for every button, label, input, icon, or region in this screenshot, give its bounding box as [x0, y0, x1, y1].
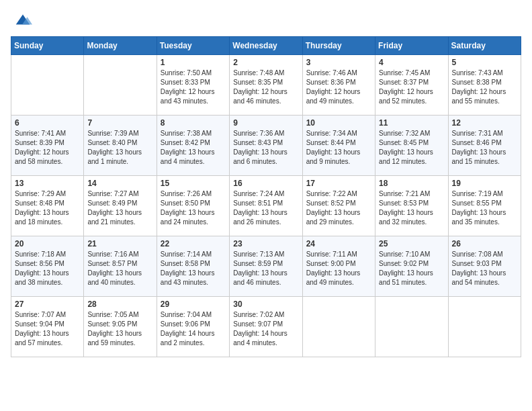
calendar-week-row: 6Sunrise: 7:41 AM Sunset: 8:39 PM Daylig…: [11, 116, 521, 176]
day-number: 1: [161, 58, 226, 67]
day-number: 29: [161, 300, 226, 309]
logo: [11, 11, 32, 30]
day-number: 8: [161, 118, 226, 128]
calendar-cell: 2Sunrise: 7:48 AM Sunset: 8:35 PM Daylig…: [230, 55, 302, 116]
cell-info: Sunrise: 7:29 AM Sunset: 8:48 PM Dayligh…: [15, 189, 80, 227]
calendar-cell: 1Sunrise: 7:50 AM Sunset: 8:33 PM Daylig…: [157, 55, 229, 116]
day-number: 20: [15, 239, 80, 248]
calendar-cell: [11, 55, 84, 116]
day-number: 25: [379, 239, 444, 248]
calendar-cell: 6Sunrise: 7:41 AM Sunset: 8:39 PM Daylig…: [11, 116, 84, 176]
cell-info: Sunrise: 7:31 AM Sunset: 8:46 PM Dayligh…: [452, 129, 517, 167]
calendar-cell: 11Sunrise: 7:32 AM Sunset: 8:45 PM Dayli…: [375, 116, 448, 176]
day-number: 10: [306, 118, 371, 128]
calendar-cell: 7Sunrise: 7:39 AM Sunset: 8:40 PM Daylig…: [84, 116, 157, 176]
calendar-cell: 9Sunrise: 7:36 AM Sunset: 8:43 PM Daylig…: [230, 116, 302, 176]
day-number: 15: [161, 179, 226, 188]
calendar-cell: 12Sunrise: 7:31 AM Sunset: 8:46 PM Dayli…: [448, 116, 521, 176]
day-number: 19: [452, 179, 517, 188]
day-number: 12: [452, 118, 517, 128]
calendar-cell: [448, 297, 521, 357]
cell-info: Sunrise: 7:07 AM Sunset: 9:04 PM Dayligh…: [15, 310, 80, 348]
calendar-cell: 14Sunrise: 7:27 AM Sunset: 8:49 PM Dayli…: [84, 176, 157, 236]
calendar-cell: 24Sunrise: 7:11 AM Sunset: 9:00 PM Dayli…: [302, 236, 375, 297]
calendar-cell: 21Sunrise: 7:16 AM Sunset: 8:57 PM Dayli…: [84, 236, 157, 297]
day-number: 11: [379, 118, 444, 128]
day-number: 28: [87, 300, 152, 309]
cell-info: Sunrise: 7:08 AM Sunset: 9:03 PM Dayligh…: [452, 250, 517, 287]
calendar-cell: 29Sunrise: 7:04 AM Sunset: 9:06 PM Dayli…: [157, 297, 229, 357]
cell-info: Sunrise: 7:24 AM Sunset: 8:51 PM Dayligh…: [233, 189, 298, 227]
calendar-cell: 5Sunrise: 7:43 AM Sunset: 8:38 PM Daylig…: [448, 55, 521, 116]
cell-info: Sunrise: 7:32 AM Sunset: 8:45 PM Dayligh…: [379, 129, 444, 167]
calendar-cell: 8Sunrise: 7:38 AM Sunset: 8:42 PM Daylig…: [157, 116, 229, 176]
day-of-week-header: Wednesday: [230, 37, 302, 55]
calendar-cell: 25Sunrise: 7:10 AM Sunset: 9:02 PM Dayli…: [375, 236, 448, 297]
day-number: 16: [233, 179, 298, 188]
calendar-week-row: 20Sunrise: 7:18 AM Sunset: 8:56 PM Dayli…: [11, 236, 521, 297]
day-number: 3: [306, 58, 371, 67]
day-number: 6: [15, 118, 80, 128]
cell-info: Sunrise: 7:38 AM Sunset: 8:42 PM Dayligh…: [161, 129, 226, 167]
calendar-cell: 19Sunrise: 7:19 AM Sunset: 8:55 PM Dayli…: [448, 176, 521, 236]
calendar-cell: 16Sunrise: 7:24 AM Sunset: 8:51 PM Dayli…: [230, 176, 302, 236]
cell-info: Sunrise: 7:16 AM Sunset: 8:57 PM Dayligh…: [87, 250, 152, 287]
cell-info: Sunrise: 7:36 AM Sunset: 8:43 PM Dayligh…: [233, 129, 298, 167]
calendar-cell: [84, 55, 157, 116]
day-number: 24: [306, 239, 371, 248]
day-number: 13: [15, 179, 80, 188]
day-of-week-header: Monday: [84, 37, 157, 55]
calendar-cell: [302, 297, 375, 357]
cell-info: Sunrise: 7:18 AM Sunset: 8:56 PM Dayligh…: [15, 250, 80, 287]
day-number: 30: [233, 300, 298, 309]
cell-info: Sunrise: 7:39 AM Sunset: 8:40 PM Dayligh…: [87, 129, 152, 167]
logo-icon: [13, 11, 32, 30]
cell-info: Sunrise: 7:43 AM Sunset: 8:38 PM Dayligh…: [452, 68, 517, 106]
day-number: 14: [87, 179, 152, 188]
calendar-week-row: 27Sunrise: 7:07 AM Sunset: 9:04 PM Dayli…: [11, 297, 521, 357]
day-number: 21: [87, 239, 152, 248]
cell-info: Sunrise: 7:11 AM Sunset: 9:00 PM Dayligh…: [306, 250, 371, 287]
day-number: 7: [87, 118, 152, 128]
calendar-week-row: 13Sunrise: 7:29 AM Sunset: 8:48 PM Dayli…: [11, 176, 521, 236]
day-number: 23: [233, 239, 298, 248]
cell-info: Sunrise: 7:22 AM Sunset: 8:52 PM Dayligh…: [306, 189, 371, 227]
calendar-cell: [375, 297, 448, 357]
day-number: 5: [452, 58, 517, 67]
calendar-cell: 28Sunrise: 7:05 AM Sunset: 9:05 PM Dayli…: [84, 297, 157, 357]
calendar-cell: 27Sunrise: 7:07 AM Sunset: 9:04 PM Dayli…: [11, 297, 84, 357]
cell-info: Sunrise: 7:46 AM Sunset: 8:36 PM Dayligh…: [306, 68, 371, 106]
calendar-cell: 10Sunrise: 7:34 AM Sunset: 8:44 PM Dayli…: [302, 116, 375, 176]
calendar-header-row: SundayMondayTuesdayWednesdayThursdayFrid…: [11, 37, 521, 55]
cell-info: Sunrise: 7:48 AM Sunset: 8:35 PM Dayligh…: [233, 68, 298, 106]
day-of-week-header: Tuesday: [157, 37, 229, 55]
calendar-cell: 13Sunrise: 7:29 AM Sunset: 8:48 PM Dayli…: [11, 176, 84, 236]
page-header: [11, 11, 521, 30]
day-number: 4: [379, 58, 444, 67]
calendar-cell: 30Sunrise: 7:02 AM Sunset: 9:07 PM Dayli…: [230, 297, 302, 357]
cell-info: Sunrise: 7:10 AM Sunset: 9:02 PM Dayligh…: [379, 250, 444, 287]
cell-info: Sunrise: 7:45 AM Sunset: 8:37 PM Dayligh…: [379, 68, 444, 106]
cell-info: Sunrise: 7:34 AM Sunset: 8:44 PM Dayligh…: [306, 129, 371, 167]
day-number: 27: [15, 300, 80, 309]
day-of-week-header: Friday: [375, 37, 448, 55]
cell-info: Sunrise: 7:19 AM Sunset: 8:55 PM Dayligh…: [452, 189, 517, 227]
calendar-cell: 26Sunrise: 7:08 AM Sunset: 9:03 PM Dayli…: [448, 236, 521, 297]
day-number: 18: [379, 179, 444, 188]
calendar-cell: 22Sunrise: 7:14 AM Sunset: 8:58 PM Dayli…: [157, 236, 229, 297]
cell-info: Sunrise: 7:50 AM Sunset: 8:33 PM Dayligh…: [161, 68, 226, 106]
calendar-table: SundayMondayTuesdayWednesdayThursdayFrid…: [11, 36, 521, 357]
cell-info: Sunrise: 7:04 AM Sunset: 9:06 PM Dayligh…: [161, 310, 226, 348]
cell-info: Sunrise: 7:13 AM Sunset: 8:59 PM Dayligh…: [233, 250, 298, 287]
calendar-cell: 18Sunrise: 7:21 AM Sunset: 8:53 PM Dayli…: [375, 176, 448, 236]
cell-info: Sunrise: 7:21 AM Sunset: 8:53 PM Dayligh…: [379, 189, 444, 227]
calendar-cell: 23Sunrise: 7:13 AM Sunset: 8:59 PM Dayli…: [230, 236, 302, 297]
day-number: 26: [452, 239, 517, 248]
calendar-week-row: 1Sunrise: 7:50 AM Sunset: 8:33 PM Daylig…: [11, 55, 521, 116]
calendar-cell: 20Sunrise: 7:18 AM Sunset: 8:56 PM Dayli…: [11, 236, 84, 297]
cell-info: Sunrise: 7:14 AM Sunset: 8:58 PM Dayligh…: [161, 250, 226, 287]
calendar-cell: 4Sunrise: 7:45 AM Sunset: 8:37 PM Daylig…: [375, 55, 448, 116]
calendar-cell: 15Sunrise: 7:26 AM Sunset: 8:50 PM Dayli…: [157, 176, 229, 236]
calendar-cell: 17Sunrise: 7:22 AM Sunset: 8:52 PM Dayli…: [302, 176, 375, 236]
cell-info: Sunrise: 7:41 AM Sunset: 8:39 PM Dayligh…: [15, 129, 80, 167]
